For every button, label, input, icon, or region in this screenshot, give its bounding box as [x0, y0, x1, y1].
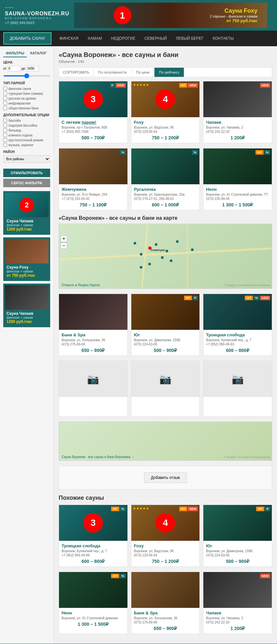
sidebar-ad-2-info: Сауна Foxy финская + хамам от 750 руб./ч… — [5, 263, 49, 279]
similar-title: Похожие сауны — [59, 495, 272, 501]
opt-music[interactable]: музыка, кариоке — [3, 143, 50, 147]
similar-card-neon[interactable]: HIT % Неон Воронеж, ул. 41 Стрелковой ди… — [59, 572, 128, 634]
card-neon[interactable]: HIT % Неон Воронеж, ул. 41 Стрелковой ди… — [203, 148, 272, 210]
card-bani-spa[interactable]: Бани & Spa Воронеж, ул. Хользунова, 36 (… — [59, 294, 128, 356]
similar-neon-img: HIT % — [59, 572, 127, 608]
add-review-button[interactable]: Добавить отзыв — [144, 472, 187, 483]
map-container[interactable]: Семилуки + − Открыть в Яндекс.Картах © Я… — [59, 224, 272, 289]
price-filter: ЦЕНА от до — [3, 61, 50, 78]
similar-yug-addr: Воронеж, ул. Димитрова, 159Б — [206, 549, 269, 553]
type-infrared[interactable]: инфракрасная — [3, 101, 50, 105]
sort-price[interactable]: По цене — [132, 68, 155, 77]
nav-link-hamam[interactable]: ХАМАМ — [83, 32, 107, 45]
similar-troitsk-price: 600 – 800₽ — [62, 559, 125, 564]
opt-billiard[interactable]: бильярд — [3, 128, 50, 132]
opt-rest-room[interactable]: комната отдыха — [3, 133, 50, 137]
nav-link-left[interactable]: ЛЕВЫЙ БЕРЕГ — [171, 32, 208, 45]
badge-hit3: HIT — [184, 296, 192, 300]
opt-24h[interactable]: круглосуточный режим — [3, 138, 50, 142]
card-foxy[interactable]: ★★★★★ 4 HIT NEW Foxy Воронеж, ул. Вадтск… — [131, 81, 200, 143]
filter-button[interactable]: ОТФИЛЬТРОВАТЬ — [3, 169, 50, 177]
card-neon-img: HIT % — [203, 148, 272, 184]
similar-chapaev-phone: (473) 242-22-10 — [206, 621, 269, 624]
map-section-2[interactable]: © Яндекс Условия использования Сауна Вор… — [59, 422, 272, 461]
card-s-legkim-badges: P NEW — [110, 83, 126, 88]
card-s-legkim[interactable]: 3 P NEW С легким паром! Воронеж, пр-т Па… — [59, 81, 128, 143]
camera-icon-1: 📷 — [87, 373, 99, 385]
type-filter-title: ТИП ПАРНОЙ — [3, 81, 50, 85]
district-filter-title: РАЙОН — [3, 150, 50, 154]
objects-count: Объектов - 143 — [59, 60, 272, 63]
card-chapaev-price: 1 200₽ — [206, 135, 269, 140]
sidebar-ad-2-title: Сауна Foxy — [7, 265, 47, 270]
card-neon-addr: Воронеж, ул. 41 Стрелковой дивизии, ТТ — [206, 193, 269, 196]
map-zoom-in[interactable]: + — [61, 235, 67, 242]
district-select[interactable]: Все районы — [3, 155, 50, 163]
tab-filters[interactable]: ФИЛЬТРЫ — [3, 49, 27, 57]
map-open-link[interactable]: Открыть в Яндекс.Картах — [62, 283, 100, 287]
price-from-input[interactable] — [7, 66, 21, 71]
card-placeholder-2[interactable]: 📷 — [131, 361, 200, 417]
map-zoom-out[interactable]: − — [61, 243, 67, 249]
similar-card-bani[interactable]: Бани & Spa Воронеж, ул. Хользунова, 36 (… — [131, 572, 200, 634]
sidebar-ad-1-num: 2 — [20, 198, 34, 212]
similar-section: Похожие сауны 3 HIT % Троицкая слобода В… — [59, 495, 272, 634]
opt-pool-heated[interactable]: подогрев бассейна — [3, 123, 50, 127]
card-yug-price: 500 – 900₽ — [134, 348, 197, 353]
badge-hit: HIT — [179, 83, 187, 88]
card-bani-spa-price: 650 – 900₽ — [62, 348, 125, 353]
card-rusalochka[interactable]: % Русалочка Воронеж, ул. Краснодонская, … — [131, 148, 200, 210]
card-zhemch-price: 750 – 1 100₽ — [62, 202, 125, 207]
card-troitsk-name: Троицкая слобода — [206, 332, 269, 337]
type-finska[interactable]: финская сауна — [3, 87, 50, 91]
sort-rating[interactable]: По рейтингу — [154, 68, 184, 77]
nav-link-cheap[interactable]: НЕДОРОГИЕ — [107, 32, 140, 45]
price-to-input[interactable] — [26, 66, 39, 71]
card-placeholder-3[interactable]: 📷 — [203, 361, 272, 417]
card-foxy-body: Foxy Воронеж, ул. Вадтская, 96 (473) 229… — [131, 117, 200, 143]
sidebar-ad-1[interactable]: 2 Сауна Чапаев финская + хамам 1200 руб.… — [3, 191, 50, 235]
similar-foxy-price: 750 – 1 200₽ — [134, 559, 197, 564]
add-sauna-button[interactable]: ДОБАВИТЬ САУНУ — [3, 32, 51, 45]
similar-foxy-phone: (473) 229-56-54 — [134, 553, 197, 557]
sidebar-ad-3[interactable]: Сауна Чапаев финская + хамам 1200 руб./ч… — [3, 284, 50, 327]
sidebar-ad-1-price: 1200 руб./час — [7, 227, 47, 231]
nav-link-contacts[interactable]: КОНТАКТЫ — [208, 32, 239, 45]
similar-yug-price: 500 – 900₽ — [206, 559, 269, 564]
nav-link-north[interactable]: СЕВЕРНЫЙ — [140, 32, 171, 45]
card-yug[interactable]: HIT P Юг Воронеж, ул. Димитрова, 159Б (4… — [131, 294, 200, 356]
opt-pool[interactable]: бассейн — [3, 119, 50, 122]
card-chapaev[interactable]: NEW Чапаев Воронеж, ул. Чапаева, 2 (473)… — [203, 81, 272, 143]
similar-troitsk-addr: Воронеж, Купянский пер., д. 7 — [62, 549, 125, 553]
type-hamam[interactable]: турецкая баня (хамам) — [3, 91, 50, 95]
similar-card-yug[interactable]: HIT P Юг Воронеж, ул. Димитрова, 159Б (4… — [203, 505, 272, 567]
similar-card-chapaev[interactable]: NEW Чапаев Воронеж, ул. Чапаева, 2 (473)… — [203, 572, 272, 634]
sort-popularity[interactable]: По популярности — [94, 68, 132, 77]
card-zhemch[interactable]: % Жемчужина Воронеж, ул. 9-го Января, 25… — [59, 148, 128, 210]
similar-card-troitsk[interactable]: 3 HIT % Троицкая слобода Воронеж, Купянс… — [59, 505, 128, 567]
card-troitsk[interactable]: HIT % NEW Троицкая слобода Воронеж, Купя… — [203, 294, 272, 356]
main-nav: ДОБАВИТЬ САУНУ ФИНСКАЯ ХАМАМ НЕДОРОГИЕ С… — [0, 31, 277, 46]
card-troitsk-price: 600 – 800₽ — [206, 348, 269, 353]
card-placeholder-1[interactable]: 📷 — [59, 361, 128, 417]
type-russian[interactable]: русская на дровах — [3, 96, 50, 100]
reset-filter-button[interactable]: СБРОС ФИЛЬТРА — [3, 179, 50, 187]
camera-icon-3: 📷 — [232, 373, 244, 385]
badge-new2: NEW — [188, 83, 198, 88]
sidebar-ad-2-price: от 750 руб./час — [7, 273, 47, 278]
price-to-label: до — [22, 67, 25, 70]
similar-card-foxy[interactable]: ★★★★★ 4 HIT NEW Foxy Воронеж, ул. Вадтск… — [131, 505, 200, 567]
header-banner[interactable]: 1 Сауна Foxy 2 парные - финская и хамам … — [74, 3, 267, 28]
type-public[interactable]: общественная баня — [3, 106, 50, 110]
sidebar-ad-2[interactable]: Сауна Foxy финская + хамам от 750 руб./ч… — [3, 237, 50, 281]
price-slider[interactable] — [3, 75, 50, 77]
card-foxy-addr: Воронеж, ул. Вадтская, 96 — [134, 126, 197, 129]
banner-desc: 2 парные - финская и хамам — [210, 14, 257, 18]
tab-catalog[interactable]: КАТАЛОГ — [27, 49, 50, 57]
nav-link-finska[interactable]: ФИНСКАЯ — [55, 32, 83, 45]
similar-troitsk-name: Троицкая слобода — [62, 543, 125, 548]
similar-chapaev-price: 1 200₽ — [206, 626, 269, 631]
header-phone: +7 (900) 949-8423 — [5, 21, 35, 25]
logo[interactable]: 〜〜〜 SAUNA-VORONEZH.RU ВСЕ САУНЫ ВОРОНЕЖА… — [5, 6, 69, 25]
card-zhemch-name: Жемчужина — [62, 187, 125, 192]
